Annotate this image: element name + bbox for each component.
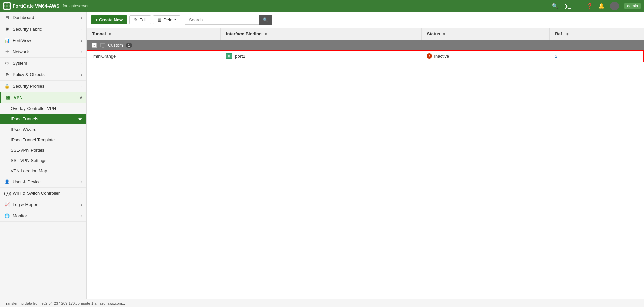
group-row-inner: − Custom 1 bbox=[92, 43, 639, 48]
sidebar-item-label: Monitor bbox=[13, 213, 27, 218]
sidebar-subitem-vpn-location-map[interactable]: VPN Location Map bbox=[0, 166, 86, 176]
terminal-icon[interactable]: ❯_ bbox=[564, 3, 571, 9]
cell-status: ! Inactive bbox=[421, 50, 549, 62]
statusbar-text: Transferring data from ec2-54-237-209-17… bbox=[4, 301, 125, 305]
topbar-right: 🔍 ❯_ ⛶ ❓ 🔔 admin bbox=[552, 2, 641, 10]
subitem-label: VPN Location Map bbox=[11, 168, 47, 173]
sidebar-item-user-device[interactable]: 👤 User & Device › bbox=[0, 176, 86, 188]
dashboard-icon: ⊞ bbox=[4, 15, 10, 20]
sidebar-subitem-ipsec-tunnel-template[interactable]: IPsec Tunnel Template bbox=[0, 135, 86, 145]
sidebar-item-network[interactable]: ✛ Network › bbox=[0, 46, 86, 58]
col-tunnel: Tunnel ⬍ bbox=[87, 28, 220, 40]
delete-label: Delete bbox=[163, 17, 176, 22]
delete-icon: 🗑 bbox=[157, 17, 162, 22]
cell-interface-binding: ▦ port1 bbox=[220, 50, 421, 62]
chevron-icon: › bbox=[81, 16, 82, 20]
chevron-icon: › bbox=[81, 180, 82, 184]
sidebar-item-label: Dashboard bbox=[13, 15, 34, 20]
chevron-icon: › bbox=[81, 191, 82, 195]
star-icon[interactable]: ★ bbox=[78, 116, 82, 121]
system-icon: ⚙ bbox=[4, 61, 10, 66]
cell-ref[interactable]: 2 bbox=[550, 50, 644, 62]
main-content: + Create New ✎ Edit 🗑 Delete 🔍 bbox=[87, 12, 644, 299]
sidebar-subitem-ipsec-wizard[interactable]: IPsec Wizard bbox=[0, 124, 86, 135]
sidebar-item-security-fabric[interactable]: ✺ Security Fabric › bbox=[0, 23, 86, 35]
wifi-icon: ((•)) bbox=[4, 191, 10, 196]
search-input[interactable] bbox=[185, 15, 259, 25]
table-row[interactable]: miniOrange ▦ port1 ! Inactive bbox=[87, 50, 644, 62]
edit-button[interactable]: ✎ Edit bbox=[129, 15, 151, 24]
sidebar-item-system[interactable]: ⚙ System › bbox=[0, 58, 86, 69]
status-inactive-icon: ! bbox=[427, 53, 432, 59]
col-ref: Ref. ⬍ bbox=[550, 28, 644, 40]
bell-icon[interactable]: 🔔 bbox=[598, 3, 605, 9]
sidebar-item-policy-objects[interactable]: ⊕ Policy & Objects › bbox=[0, 69, 86, 81]
chevron-icon: › bbox=[81, 50, 82, 54]
sidebar-subitem-ipsec-tunnels[interactable]: IPsec Tunnels ★ bbox=[0, 114, 86, 124]
sidebar-subitem-overlay-controller-vpn[interactable]: Overlay Controller VPN bbox=[0, 103, 86, 114]
ipsec-tunnels-table: Tunnel ⬍ Interface Binding ⬍ Status ⬍ bbox=[87, 28, 644, 62]
topbar: FortiGate VM64-AWS fortigateserver 🔍 ❯_ … bbox=[0, 0, 644, 12]
group-row-custom: − Custom 1 bbox=[87, 40, 644, 50]
log-icon: 📈 bbox=[4, 202, 10, 207]
subitem-label: IPsec Wizard bbox=[11, 127, 37, 132]
table-body: − Custom 1 miniOrange bbox=[87, 40, 644, 62]
sidebar-item-security-profiles[interactable]: 🔒 Security Profiles › bbox=[0, 81, 86, 92]
main-layout: ⊞ Dashboard › ✺ Security Fabric › 📊 Fort… bbox=[0, 12, 644, 299]
chevron-icon: ∨ bbox=[79, 95, 82, 100]
subitem-label: SSL-VPN Portals bbox=[11, 148, 44, 153]
sidebar-subitem-ssl-vpn-settings[interactable]: SSL-VPN Settings bbox=[0, 155, 86, 166]
create-new-button[interactable]: + Create New bbox=[91, 15, 127, 24]
sidebar-item-label: FortiView bbox=[13, 38, 31, 43]
chevron-icon: › bbox=[81, 61, 82, 65]
sidebar-item-wifi-switch[interactable]: ((•)) WiFi & Switch Controller › bbox=[0, 188, 86, 199]
vpn-icon: ▦ bbox=[5, 95, 11, 100]
table-header: Tunnel ⬍ Interface Binding ⬍ Status ⬍ bbox=[87, 28, 644, 40]
sidebar-item-label: User & Device bbox=[13, 179, 41, 184]
subitem-label: Overlay Controller VPN bbox=[11, 106, 56, 111]
sidebar-item-label: System bbox=[13, 61, 27, 66]
sidebar-item-monitor[interactable]: 🌐 Monitor › bbox=[0, 210, 86, 222]
table-container: Tunnel ⬍ Interface Binding ⬍ Status ⬍ bbox=[87, 28, 644, 299]
sidebar-item-log-report[interactable]: 📈 Log & Report › bbox=[0, 199, 86, 210]
cell-tunnel: miniOrange bbox=[87, 50, 220, 62]
search-button[interactable]: 🔍 bbox=[259, 15, 272, 25]
delete-button[interactable]: 🗑 Delete bbox=[153, 15, 180, 24]
sidebar-item-label: Log & Report bbox=[13, 202, 39, 207]
edit-label: Edit bbox=[139, 17, 147, 22]
chevron-icon: › bbox=[81, 203, 82, 207]
fullscreen-icon[interactable]: ⛶ bbox=[576, 3, 581, 9]
col-status: Status ⬍ bbox=[421, 28, 549, 40]
sidebar-subitem-ssl-vpn-portals[interactable]: SSL-VPN Portals bbox=[0, 145, 86, 155]
sidebar-item-label: Network bbox=[13, 49, 29, 54]
username[interactable]: admin bbox=[624, 3, 641, 9]
avatar[interactable] bbox=[610, 2, 619, 10]
sidebar-item-label: Policy & Objects bbox=[13, 72, 45, 77]
user-icon: 👤 bbox=[4, 179, 10, 184]
monitor-icon: 🌐 bbox=[4, 213, 10, 218]
group-name: Custom bbox=[108, 43, 123, 48]
chevron-icon: › bbox=[81, 84, 82, 88]
network-icon: ✛ bbox=[4, 49, 10, 54]
sidebar-item-label: WiFi & Switch Controller bbox=[13, 191, 60, 196]
sort-icon[interactable]: ⬍ bbox=[566, 32, 569, 36]
sidebar-item-label: Security Fabric bbox=[13, 27, 42, 32]
search-icon: 🔍 bbox=[263, 17, 268, 22]
search-icon[interactable]: 🔍 bbox=[552, 3, 558, 9]
search-container: 🔍 bbox=[185, 15, 272, 25]
help-icon[interactable]: ❓ bbox=[587, 3, 593, 9]
sidebar-item-vpn[interactable]: ▦ VPN ∨ bbox=[0, 92, 86, 103]
sort-icon[interactable]: ⬍ bbox=[108, 32, 111, 36]
sidebar-item-fortiview[interactable]: 📊 FortiView › bbox=[0, 35, 86, 46]
edit-icon: ✎ bbox=[134, 17, 138, 22]
sort-icon[interactable]: ⬍ bbox=[264, 32, 267, 36]
group-count-badge: 1 bbox=[126, 43, 132, 48]
sort-icon[interactable]: ⬍ bbox=[443, 32, 445, 36]
chevron-icon: › bbox=[81, 27, 82, 31]
app-title: FortiGate VM64-AWS bbox=[13, 3, 59, 9]
subitem-label: IPsec Tunnels bbox=[11, 116, 38, 121]
sidebar-item-dashboard[interactable]: ⊞ Dashboard › bbox=[0, 12, 86, 23]
collapse-icon[interactable]: − bbox=[92, 43, 97, 48]
policy-icon: ⊕ bbox=[4, 72, 10, 77]
app-logo: FortiGate VM64-AWS bbox=[3, 2, 59, 10]
